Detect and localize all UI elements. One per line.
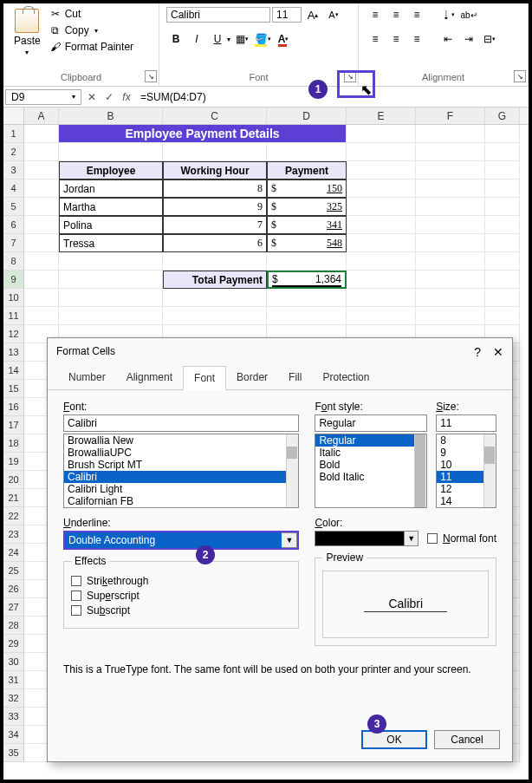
cell[interactable] [485, 125, 520, 143]
cell[interactable] [59, 271, 163, 289]
cell[interactable]: Polina [59, 216, 163, 234]
align-middle-icon[interactable]: ≡ [386, 5, 405, 24]
cell[interactable] [416, 179, 485, 198]
cell[interactable] [416, 143, 485, 161]
cell[interactable] [485, 234, 520, 252]
font-size-select[interactable] [272, 7, 302, 23]
title-cell[interactable]: Employee Payment Details [59, 125, 347, 143]
cell[interactable] [485, 143, 520, 161]
cell[interactable] [347, 307, 416, 325]
cell[interactable] [485, 179, 520, 198]
cell[interactable] [416, 161, 485, 179]
cell[interactable] [163, 143, 267, 161]
row-header[interactable]: 3 [3, 161, 24, 179]
row-header[interactable]: 27 [3, 598, 24, 617]
row-header[interactable]: 23 [3, 525, 24, 544]
cell[interactable] [24, 216, 59, 234]
list-item[interactable]: Bold [315, 459, 426, 471]
list-item[interactable]: Italic [315, 447, 426, 459]
tab-fill[interactable]: Fill [278, 366, 312, 389]
col-header[interactable]: B [59, 108, 163, 124]
align-right-icon[interactable]: ≡ [407, 29, 426, 49]
font-name-select[interactable] [166, 7, 270, 23]
cell[interactable]: $548 [267, 234, 347, 252]
align-center-icon[interactable]: ≡ [386, 29, 405, 49]
col-header[interactable]: F [416, 108, 485, 124]
align-top-icon[interactable]: ≡ [366, 5, 385, 24]
cell[interactable] [163, 252, 267, 271]
cut-button[interactable]: ✂Cut [48, 7, 135, 21]
cell[interactable] [163, 289, 267, 307]
font-listbox[interactable]: Browallia NewBrowalliaUPCBrush Script MT… [63, 434, 299, 508]
row-header[interactable]: 35 [3, 744, 24, 762]
cell[interactable]: Working Hour [163, 161, 267, 179]
cell[interactable]: $150 [267, 179, 347, 198]
format-painter-button[interactable]: 🖌Format Painter [48, 40, 135, 54]
style-input[interactable] [315, 414, 427, 432]
cell[interactable]: $325 [267, 198, 347, 216]
cell[interactable] [347, 216, 416, 234]
style-listbox[interactable]: RegularItalicBoldBold Italic [315, 434, 427, 508]
cell[interactable] [24, 307, 59, 325]
cell[interactable] [24, 271, 59, 289]
row-header[interactable]: 14 [3, 362, 24, 380]
cell[interactable]: Jordan [59, 179, 163, 198]
row-header[interactable]: 24 [3, 544, 24, 562]
help-icon[interactable]: ? [474, 345, 481, 359]
cell[interactable] [24, 161, 59, 179]
row-header[interactable]: 30 [3, 653, 24, 671]
font-color-button[interactable]: A▾ [274, 29, 293, 49]
ok-button[interactable]: OK [361, 730, 427, 749]
color-combo[interactable]: ▼ [315, 531, 418, 546]
font-name-input[interactable] [63, 414, 299, 432]
row-header[interactable]: 7 [3, 234, 24, 252]
cell[interactable]: Total Payment [163, 271, 267, 289]
list-item[interactable]: Browallia New [64, 434, 298, 447]
row-header[interactable]: 33 [3, 708, 24, 726]
col-header[interactable]: E [347, 108, 416, 124]
cell[interactable] [267, 252, 347, 271]
cell[interactable] [267, 143, 347, 161]
size-input[interactable] [436, 414, 496, 432]
list-item[interactable]: Californian FB [64, 495, 298, 507]
decrease-indent-icon[interactable]: ⇤ [438, 29, 457, 49]
row-header[interactable]: 13 [3, 343, 24, 362]
enter-fx-icon[interactable]: ✓ [101, 91, 118, 103]
list-item[interactable]: Brush Script MT [64, 459, 298, 471]
cell[interactable] [347, 143, 416, 161]
cell[interactable] [347, 179, 416, 198]
cell[interactable]: 9 [163, 198, 267, 216]
cell[interactable] [416, 289, 485, 307]
name-box[interactable]: D9▾ [5, 89, 81, 105]
cell[interactable]: 8 [163, 179, 267, 198]
row-header[interactable]: 11 [3, 307, 24, 325]
row-header[interactable]: 26 [3, 580, 24, 598]
row-header[interactable]: 20 [3, 471, 24, 489]
row-header[interactable]: 1 [3, 125, 24, 143]
cell[interactable] [347, 161, 416, 179]
cell[interactable] [24, 289, 59, 307]
row-header[interactable]: 32 [3, 689, 24, 708]
row-header[interactable]: 6 [3, 216, 24, 234]
cell[interactable] [416, 307, 485, 325]
cancel-fx-icon[interactable]: ✕ [83, 91, 101, 103]
cell[interactable] [347, 289, 416, 307]
col-header[interactable]: D [267, 108, 347, 124]
increase-font-icon[interactable]: A▴ [303, 5, 322, 24]
cell[interactable] [485, 271, 520, 289]
cell[interactable]: 7 [163, 216, 267, 234]
cell[interactable] [267, 307, 347, 325]
row-header[interactable]: 29 [3, 635, 24, 653]
row-header[interactable]: 4 [3, 179, 24, 198]
align-bottom-icon[interactable]: ≡ [407, 5, 426, 24]
cancel-button[interactable]: Cancel [434, 730, 500, 749]
alignment-launcher-icon[interactable]: ↘ [514, 70, 526, 82]
tab-border[interactable]: Border [226, 366, 278, 389]
row-header[interactable]: 17 [3, 416, 24, 434]
borders-button[interactable]: ▦▾ [232, 29, 251, 49]
row-header[interactable]: 22 [3, 507, 24, 525]
cell[interactable] [59, 252, 163, 271]
row-header[interactable]: 5 [3, 198, 24, 216]
wrap-text-icon[interactable]: ab↵ [459, 5, 478, 24]
strikethrough-checkbox[interactable]: Strikethrough [71, 575, 291, 587]
